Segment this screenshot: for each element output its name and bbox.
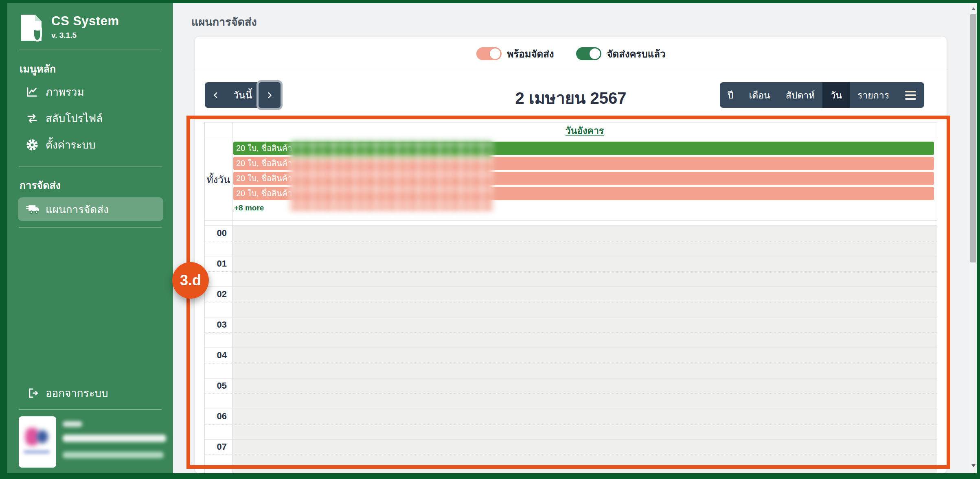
allday-events-cell: 20 ใบ, ชื่อสินค้า : 20 ใบ, ชื่อสินค้า : …	[232, 139, 937, 220]
user-name-redacted	[63, 421, 82, 427]
sidebar-item-delivery-plan[interactable]: แผนการจัดส่ง	[18, 197, 163, 221]
event-names-redacted	[289, 141, 493, 211]
hour-label: 03	[205, 317, 232, 348]
ready-toggle[interactable]	[476, 47, 502, 60]
hamburger-icon[interactable]	[897, 82, 924, 108]
sidebar: CS System v. 3.1.5 เมนูหลัก ภาพรวม สลับโ…	[7, 3, 173, 473]
hour-row[interactable]: 04	[205, 348, 937, 378]
divider	[19, 50, 162, 50]
view-year-button[interactable]: ปี	[720, 82, 741, 108]
sidebar-item-switch-profile[interactable]: สลับโปรไฟล์	[7, 105, 173, 131]
hour-label: 01	[205, 256, 232, 287]
hour-label: 08	[205, 470, 232, 473]
hour-slot[interactable]	[232, 317, 937, 348]
next-day-button[interactable]	[259, 82, 281, 108]
sidebar-item-label: แผนการจัดส่ง	[46, 201, 109, 218]
hour-slot[interactable]	[232, 348, 937, 378]
sidebar-item-label: ภาพรวม	[46, 83, 84, 100]
scrollbar-down-arrow-icon[interactable]	[970, 460, 977, 471]
complete-toggle[interactable]	[576, 47, 601, 60]
calendar-toolbar: วันนี้ 2 เมษายน 2567 ปี เดือน สัปดาห์ วั…	[195, 71, 947, 116]
user-profile	[19, 416, 162, 468]
hour-label: 05	[205, 378, 232, 409]
allday-divider	[205, 220, 937, 226]
view-week-button[interactable]: สัปดาห์	[778, 82, 823, 108]
user-email-redacted	[63, 435, 166, 442]
hour-slot[interactable]	[232, 470, 937, 473]
hour-label: 06	[205, 409, 232, 439]
hour-slot[interactable]	[232, 287, 937, 317]
view-day-button[interactable]: วัน	[822, 82, 850, 108]
app-version: v. 3.1.5	[51, 31, 119, 40]
hour-row[interactable]: 05	[205, 378, 937, 409]
toggle-knob	[490, 48, 500, 59]
day-header-row: วันอังคาร	[205, 122, 937, 139]
avatar	[19, 416, 56, 468]
logout-icon	[26, 387, 38, 399]
legend-bar: พร้อมจัดส่ง จัดส่งครบแล้ว	[195, 37, 947, 71]
calendar-grid: วันอังคาร ทั้งวัน 20 ใบ, ชื่อสินค้า : 20…	[204, 122, 937, 473]
hour-row[interactable]: 02	[205, 287, 937, 317]
scrollbar-thumb[interactable]	[970, 14, 976, 262]
annotation-badge: 3.d	[172, 262, 209, 299]
page-title: แผนการจัดส่ง	[191, 13, 257, 31]
hour-label: 07	[205, 440, 232, 470]
truck-icon	[26, 203, 39, 216]
toggle-knob	[590, 48, 600, 59]
avatar-logo-blob	[37, 430, 48, 443]
day-header-link[interactable]: วันอังคาร	[566, 123, 604, 138]
avatar-logo-blob	[24, 451, 50, 453]
divider	[19, 166, 162, 166]
ready-toggle-label: พร้อมจัดส่ง	[507, 46, 554, 62]
scrollbar-up-arrow-icon[interactable]	[970, 3, 977, 14]
view-switcher: ปี เดือน สัปดาห์ วัน รายการ	[720, 82, 924, 108]
view-month-button[interactable]: เดือน	[741, 82, 778, 108]
hour-slot[interactable]	[232, 440, 937, 470]
hour-label: 00	[205, 226, 232, 256]
sidebar-item-label: ตั้งค่าระบบ	[46, 136, 96, 153]
hour-slot[interactable]	[232, 226, 937, 256]
hour-row[interactable]: 08	[205, 470, 937, 473]
view-list-button[interactable]: รายการ	[850, 82, 897, 108]
logout-label: ออกจากระบบ	[46, 385, 108, 401]
app-name: CS System	[51, 14, 119, 28]
gear-icon	[26, 139, 38, 151]
more-events-link[interactable]: +8 more	[234, 203, 264, 212]
calendar-card: พร้อมจัดส่ง จัดส่งครบแล้ว วันนี้ 2 เมษาย…	[195, 37, 947, 473]
sidebar-item-overview[interactable]: ภาพรวม	[7, 79, 173, 105]
user-info-redacted	[63, 452, 164, 458]
hour-row[interactable]: 00	[205, 226, 937, 256]
chevron-right-icon	[265, 91, 274, 100]
swap-arrows-icon	[26, 112, 38, 125]
header-corner-cell	[205, 122, 232, 139]
document-shield-icon	[20, 14, 44, 42]
hour-row[interactable]: 03	[205, 317, 937, 348]
hour-slot[interactable]	[232, 409, 937, 439]
hour-row[interactable]: 07	[205, 440, 937, 470]
hour-row[interactable]: 01	[205, 256, 937, 287]
sidebar-section-main-menu: เมนูหลัก	[20, 61, 173, 77]
app-logo: CS System v. 3.1.5	[20, 14, 162, 42]
logout-button[interactable]: ออกจากระบบ	[7, 380, 173, 406]
chart-line-icon	[26, 86, 38, 98]
hour-row[interactable]: 06	[205, 409, 937, 440]
allday-row: ทั้งวัน 20 ใบ, ชื่อสินค้า : 20 ใบ, ชื่อส…	[205, 139, 937, 220]
sidebar-item-label: สลับโปรไฟล์	[46, 110, 103, 127]
hour-slot[interactable]	[232, 378, 937, 409]
vertical-scrollbar[interactable]	[970, 3, 977, 473]
hour-slot[interactable]	[232, 256, 937, 287]
hour-label: 04	[205, 348, 232, 378]
complete-toggle-label: จัดส่งครบแล้ว	[607, 46, 666, 62]
day-header-cell: วันอังคาร	[232, 122, 937, 139]
hour-label: 02	[205, 287, 232, 317]
allday-label: ทั้งวัน	[205, 139, 232, 220]
app-window: CS System v. 3.1.5 เมนูหลัก ภาพรวม สลับโ…	[0, 0, 980, 479]
divider	[19, 409, 162, 410]
sidebar-section-delivery: การจัดส่ง	[20, 177, 173, 193]
sidebar-item-settings[interactable]: ตั้งค่าระบบ	[7, 131, 173, 158]
sidebar-spacer	[7, 228, 173, 380]
